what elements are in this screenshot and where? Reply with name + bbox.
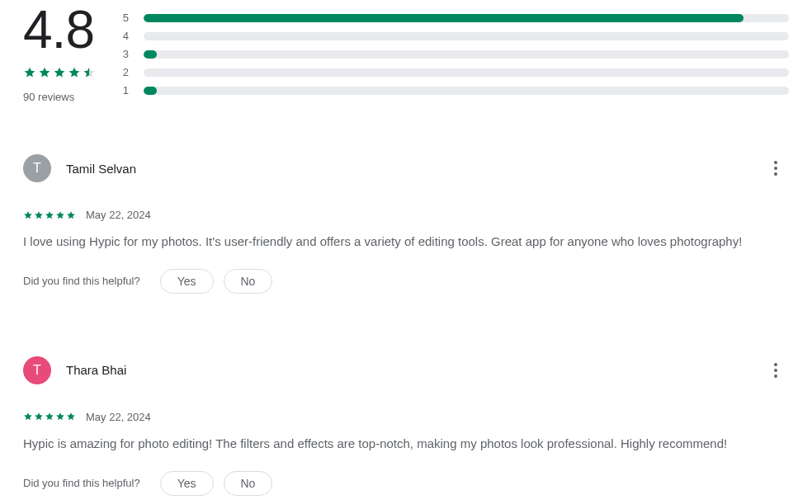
star-icon xyxy=(53,66,66,79)
rating-bar-track xyxy=(144,50,789,59)
star-icon xyxy=(83,66,96,79)
star-icon xyxy=(66,210,76,220)
rating-bar-label: 2 xyxy=(122,66,129,78)
avatar-initial: T xyxy=(33,161,41,176)
star-icon xyxy=(23,210,33,220)
reviews-list: T Tamil Selvan May 22, 2024 I love using… xyxy=(23,154,789,496)
more-options-button[interactable] xyxy=(762,357,789,384)
review-meta: May 22, 2024 xyxy=(23,411,789,423)
helpful-row: Did you find this helpful? Yes No xyxy=(23,269,789,294)
review-stars xyxy=(23,210,76,220)
review-stars xyxy=(23,412,76,422)
star-icon xyxy=(38,66,51,79)
more-vert-icon xyxy=(774,363,777,378)
more-vert-icon xyxy=(774,161,777,176)
review-item: T Thara Bhai May 22, 2024 Hypic is amazi… xyxy=(23,356,789,496)
rating-bar-row: 5 xyxy=(122,12,789,24)
star-icon xyxy=(23,412,33,422)
rating-bar-row: 1 xyxy=(122,84,789,97)
helpful-prompt: Did you find this helpful? xyxy=(23,477,140,489)
review-count: 90 reviews xyxy=(23,91,97,103)
rating-bar-track xyxy=(144,87,789,95)
score-block: 4.8 90 reviews xyxy=(23,3,97,103)
avatar-initial: T xyxy=(33,363,41,378)
rating-bar-fill xyxy=(144,50,157,59)
rating-summary: 4.8 90 reviews 5 4 3 2 1 xyxy=(23,0,789,103)
rating-bar-label: 5 xyxy=(122,12,129,24)
review-header: T Tamil Selvan xyxy=(23,154,789,182)
rating-bar-track xyxy=(144,14,789,22)
helpful-yes-button[interactable]: Yes xyxy=(160,269,214,294)
rating-bar-label: 3 xyxy=(122,48,129,60)
star-icon xyxy=(45,412,54,422)
avatar: T xyxy=(23,154,51,182)
rating-bar-track xyxy=(144,32,789,40)
average-score: 4.8 xyxy=(23,3,97,56)
rating-bar-label: 4 xyxy=(122,30,129,42)
star-icon xyxy=(34,210,44,220)
review-meta: May 22, 2024 xyxy=(23,209,789,221)
rating-bar-row: 3 xyxy=(122,48,789,60)
review-date: May 22, 2024 xyxy=(86,209,151,221)
helpful-no-button[interactable]: No xyxy=(224,471,273,496)
rating-bar-row: 2 xyxy=(122,66,789,78)
helpful-row: Did you find this helpful? Yes No xyxy=(23,471,789,496)
helpful-yes-button[interactable]: Yes xyxy=(160,471,214,496)
review-text: Hypic is amazing for photo editing! The … xyxy=(23,435,789,453)
star-icon xyxy=(68,66,81,79)
rating-bar-fill xyxy=(144,87,157,95)
rating-bar-track xyxy=(144,68,789,77)
helpful-buttons: Yes No xyxy=(160,269,273,294)
star-icon xyxy=(55,210,65,220)
helpful-buttons: Yes No xyxy=(160,471,273,496)
helpful-no-button[interactable]: No xyxy=(224,269,273,294)
review-author: Thara Bhai xyxy=(66,363,126,377)
review-author: Tamil Selvan xyxy=(66,162,136,176)
rating-bar-row: 4 xyxy=(122,30,789,42)
average-stars xyxy=(23,66,97,79)
star-icon xyxy=(45,210,54,220)
review-date: May 22, 2024 xyxy=(86,411,151,423)
rating-distribution: 5 4 3 2 1 xyxy=(122,3,789,97)
star-icon xyxy=(34,412,44,422)
star-icon xyxy=(66,412,76,422)
avatar: T xyxy=(23,356,51,384)
review-text: I love using Hypic for my photos. It's u… xyxy=(23,233,789,251)
review-item: T Tamil Selvan May 22, 2024 I love using… xyxy=(23,154,789,294)
star-icon xyxy=(23,66,36,79)
rating-bar-fill xyxy=(144,14,744,22)
helpful-prompt: Did you find this helpful? xyxy=(23,275,140,287)
review-header: T Thara Bhai xyxy=(23,356,789,384)
more-options-button[interactable] xyxy=(762,155,789,181)
star-icon xyxy=(55,412,65,422)
rating-bar-label: 1 xyxy=(122,84,129,97)
